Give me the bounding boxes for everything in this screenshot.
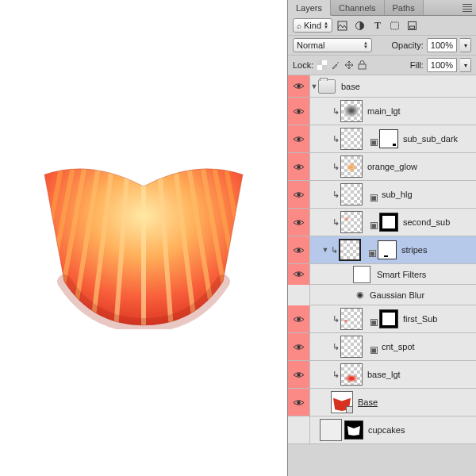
visibility-toggle[interactable] — [288, 153, 310, 180]
blend-mode-value: Normal — [297, 40, 324, 50]
layer-orange-glow[interactable]: ↳ orange_glow — [288, 153, 476, 181]
document-canvas[interactable] — [0, 0, 287, 476]
visibility-toggle[interactable] — [288, 361, 310, 388]
svg-rect-17 — [410, 26, 415, 29]
panel-menu-icon[interactable] — [459, 0, 476, 15]
layer-main-lgt[interactable]: ↳ main_lgt — [288, 98, 476, 125]
layer-mask-thumb[interactable] — [379, 129, 398, 148]
layer-group-base[interactable]: ▼ base — [288, 75, 476, 98]
smart-badge-icon: ▦ — [365, 341, 377, 353]
collapse-caret-icon[interactable]: ▼ — [310, 83, 318, 90]
panel-tabs: Layers Channels Paths — [288, 0, 476, 16]
filter-kind-select[interactable]: ⌕ Kind ▲▼ — [293, 18, 332, 33]
fill-caret-icon[interactable]: ▾ — [460, 58, 471, 72]
layer-name[interactable]: stripes — [399, 245, 427, 255]
layer-mask-thumb[interactable] — [379, 309, 398, 328]
layer-name[interactable]: second_sub — [401, 217, 450, 227]
visibility-toggle[interactable] — [288, 389, 310, 416]
svg-rect-15 — [391, 22, 399, 29]
layer-thumb — [340, 155, 363, 178]
svg-point-27 — [297, 193, 300, 196]
layer-name[interactable]: Base — [355, 397, 378, 407]
lock-transparency-icon[interactable] — [317, 60, 327, 71]
filter-name[interactable]: Gaussian Blur — [367, 290, 424, 300]
layer-base-lgt[interactable]: ↳ base_lgt — [288, 361, 476, 389]
blend-mode-select[interactable]: Normal ▲▼ — [293, 38, 372, 52]
visibility-toggle[interactable] — [288, 98, 310, 125]
lock-move-icon[interactable] — [344, 60, 354, 71]
layer-mask-thumb[interactable] — [379, 213, 398, 232]
tab-channels[interactable]: Channels — [331, 0, 384, 15]
visibility-toggle[interactable] — [288, 125, 310, 152]
layer-mask-thumb[interactable] — [378, 240, 397, 259]
layer-name[interactable]: main_lgt — [365, 106, 401, 116]
smart-filter-gaussian-blur[interactable]: ◉ Gaussian Blur — [288, 285, 476, 305]
visibility-toggle[interactable] — [288, 264, 310, 285]
svg-rect-18 — [317, 60, 322, 65]
layer-thumb — [340, 363, 363, 386]
visibility-toggle[interactable] — [288, 333, 310, 360]
layer-sub-hlg[interactable]: ↳ ▦ sub_hlg — [288, 181, 476, 209]
cupcake-base-artwork — [36, 147, 251, 329]
layer-name[interactable]: sub_hlg — [379, 190, 413, 199]
lock-paint-icon[interactable] — [330, 60, 340, 71]
layer-name[interactable]: base — [339, 82, 360, 91]
collapse-caret-icon[interactable]: ▼ — [321, 246, 329, 254]
layer-thumb — [340, 211, 363, 233]
fill-input[interactable]: 100% — [427, 58, 457, 72]
folder-icon — [318, 79, 336, 94]
visibility-toggle[interactable] — [288, 181, 310, 208]
clip-icon: ↳ — [331, 190, 340, 200]
layer-name[interactable]: base_lgt — [365, 370, 401, 379]
visibility-toggle-empty[interactable] — [288, 285, 310, 305]
opacity-input[interactable]: 100% — [427, 38, 457, 52]
layer-thumb — [331, 391, 353, 413]
smart-filters-row[interactable]: Smart Filters — [288, 264, 476, 285]
tab-layers[interactable]: Layers — [288, 0, 331, 16]
svg-point-30 — [297, 272, 300, 275]
layer-first-sub[interactable]: ↳ ▦ first_Sub — [288, 305, 476, 333]
lock-all-icon[interactable] — [357, 60, 367, 71]
layer-mask-thumb[interactable] — [344, 420, 363, 440]
layer-thumb — [340, 100, 363, 122]
filter-adjust-icon[interactable] — [353, 18, 367, 33]
clip-icon: ↳ — [331, 162, 340, 172]
clip-icon: ↳ — [331, 217, 340, 228]
layer-thumb — [340, 308, 363, 330]
layer-name[interactable]: sub_sub_dark — [401, 134, 458, 144]
layer-name[interactable]: cupcakes — [366, 425, 405, 435]
visibility-toggle[interactable] — [288, 305, 310, 332]
filter-smart-icon[interactable] — [405, 18, 420, 33]
visibility-toggle[interactable] — [288, 209, 310, 236]
filter-shape-icon[interactable] — [388, 18, 402, 33]
visibility-toggle[interactable] — [288, 236, 310, 263]
layer-cupcakes[interactable]: cupcakes — [288, 416, 476, 444]
layer-thumb — [340, 183, 363, 205]
smart-badge-icon: ▦ — [365, 133, 377, 145]
layer-name[interactable]: first_Sub — [401, 314, 437, 324]
clip-icon: ↳ — [331, 314, 340, 324]
smart-badge-icon: ▦ — [365, 217, 377, 228]
opacity-caret-icon[interactable]: ▾ — [460, 38, 471, 52]
fill-label: Fill: — [410, 60, 424, 70]
layer-sub-sub-dark[interactable]: ↳ ▦ sub_sub_dark — [288, 125, 476, 153]
layer-stripes[interactable]: ▼ ↳ ▦ stripes — [288, 236, 476, 264]
clip-icon: ↳ — [329, 245, 339, 255]
layer-base-shape[interactable]: Base — [288, 389, 476, 416]
svg-point-28 — [297, 221, 300, 224]
layer-name[interactable]: cnt_spot — [379, 342, 415, 351]
visibility-toggle[interactable] — [288, 75, 310, 97]
filter-pixel-icon[interactable] — [336, 18, 350, 33]
layer-thumb — [320, 419, 342, 441]
smart-filter-mask-thumb[interactable] — [353, 266, 370, 283]
layer-second-sub[interactable]: ↳ ▦ second_sub — [288, 209, 476, 236]
visibility-toggle[interactable] — [288, 416, 310, 443]
svg-point-23 — [297, 84, 300, 87]
opacity-label: Opacity: — [392, 40, 424, 50]
svg-point-33 — [297, 373, 300, 376]
filter-eye-icon[interactable]: ◉ — [356, 290, 364, 300]
layer-cnt-spot[interactable]: ↳ ▦ cnt_spot — [288, 333, 476, 361]
filter-type-icon[interactable]: T — [370, 18, 385, 33]
tab-paths[interactable]: Paths — [385, 0, 424, 15]
layer-name[interactable]: orange_glow — [365, 162, 417, 171]
